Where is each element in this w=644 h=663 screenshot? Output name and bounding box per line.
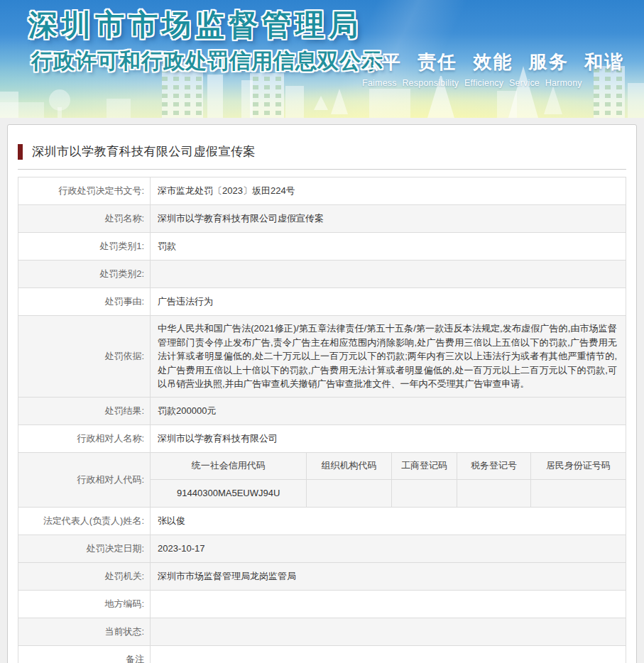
- row-value: 统一社会信用代码91440300MA5EUWJ94U组织机构代码工商登记码税务登…: [151, 452, 626, 507]
- site-title: 深圳市市场监督管理局: [28, 6, 362, 45]
- code-column: 居民身份证号码: [530, 453, 626, 507]
- row-label: 处罚事由:: [18, 288, 151, 316]
- table-row: 处罚名称:深圳市以学教育科技有限公司虚假宣传案: [18, 205, 626, 233]
- table-row: 处罚依据:中华人民共和国广告法(2021修正)/第五章法律责任/第五十五条/第一…: [18, 316, 626, 398]
- row-value: 深市监龙处罚〔2023〕坂田224号: [151, 177, 626, 205]
- row-label: 处罚结果:: [18, 397, 151, 424]
- row-label: 备注: [18, 645, 151, 663]
- row-value: 中华人民共和国广告法(2021修正)/第五章法律责任/第五十五条/第一款违反本法…: [151, 316, 626, 398]
- table-row: 备注: [18, 645, 626, 663]
- table-row: 处罚结果:罚款200000元: [18, 397, 626, 424]
- code-column: 工商登记码: [391, 453, 457, 507]
- site-subtitle: 行政许可和行政处罚信用信息双公示: [31, 47, 383, 76]
- code-column-value: [531, 480, 626, 506]
- slogan-chinese: 公平 责任 效能 服务 和谐: [362, 50, 624, 75]
- content-card: 深圳市以学教育科技有限公司虚假宣传案 行政处罚决定书文号:深市监龙处罚〔2023…: [7, 124, 637, 663]
- row-value: 深圳市以学教育科技有限公司虚假宣传案: [151, 205, 626, 233]
- table-row: 处罚机关:深圳市市场监督管理局龙岗监管局: [18, 562, 626, 590]
- row-label: 处罚名称:: [18, 205, 151, 233]
- penalty-table-body: 行政处罚决定书文号:深市监龙处罚〔2023〕坂田224号处罚名称:深圳市以学教育…: [18, 177, 626, 663]
- table-row: 地方编码:: [18, 590, 626, 618]
- title-marker-bar: [18, 144, 23, 160]
- code-column-header: 统一社会信用代码: [151, 453, 306, 480]
- row-label: 处罚类别1:: [18, 233, 151, 261]
- code-column: 组织机构代码: [306, 453, 391, 507]
- case-title-block: 深圳市以学教育科技有限公司虚假宣传案: [18, 137, 626, 170]
- row-label: 当前状态:: [18, 618, 151, 645]
- row-label: 处罚类别2:: [18, 261, 151, 288]
- row-label: 处罚决定日期:: [18, 535, 151, 562]
- row-value: 2023-10-17: [151, 535, 626, 562]
- row-value: 广告违法行为: [151, 288, 626, 316]
- row-label: 处罚机关:: [18, 562, 151, 590]
- row-label: 行政相对人名称:: [18, 424, 151, 452]
- code-column-value: [457, 480, 530, 506]
- table-row: 行政相对人名称:深圳市以学教育科技有限公司: [18, 424, 626, 452]
- row-value: 罚款: [151, 233, 626, 261]
- table-row: 处罚决定日期:2023-10-17: [18, 535, 626, 562]
- row-label: 地方编码:: [18, 590, 151, 618]
- row-value: [151, 261, 626, 288]
- row-label: 行政相对人代码:: [18, 452, 151, 507]
- table-row: 处罚事由:广告违法行为: [18, 288, 626, 316]
- row-value: 深圳市以学教育科技有限公司: [151, 424, 626, 452]
- party-code-table: 统一社会信用代码91440300MA5EUWJ94U组织机构代码工商登记码税务登…: [151, 453, 626, 507]
- row-value: [151, 645, 626, 663]
- row-value: 张以俊: [151, 507, 626, 535]
- row-value: 深圳市市场监督管理局龙岗监管局: [151, 562, 626, 590]
- code-column-header: 居民身份证号码: [531, 453, 626, 480]
- slogan-block: 公平 责任 效能 服务 和谐 Faimess Responsibility Ef…: [362, 50, 624, 88]
- code-column-value: [307, 480, 391, 506]
- row-value: [151, 618, 626, 645]
- code-column-value: 91440300MA5EUWJ94U: [151, 480, 306, 506]
- table-row: 处罚类别1:罚款: [18, 233, 626, 261]
- table-row: 行政相对人代码:统一社会信用代码91440300MA5EUWJ94U组织机构代码…: [18, 452, 626, 507]
- row-value: [151, 590, 626, 618]
- code-column-value: [392, 480, 457, 506]
- code-column-header: 工商登记码: [392, 453, 457, 480]
- table-row: 处罚类别2:: [18, 261, 626, 288]
- table-row: 当前状态:: [18, 618, 626, 645]
- row-label: 处罚依据:: [18, 316, 151, 398]
- table-row: 法定代表人(负责人)姓名:张以俊: [18, 507, 626, 535]
- table-row: 行政处罚决定书文号:深市监龙处罚〔2023〕坂田224号: [18, 177, 626, 205]
- code-column: 税务登记号: [457, 453, 530, 507]
- code-column-header: 组织机构代码: [307, 453, 391, 480]
- code-column-header: 税务登记号: [457, 453, 530, 480]
- row-label: 行政处罚决定书文号:: [18, 177, 151, 205]
- case-title: 深圳市以学教育科技有限公司虚假宣传案: [32, 143, 256, 160]
- row-value: 罚款200000元: [151, 397, 626, 424]
- code-column: 统一社会信用代码91440300MA5EUWJ94U: [151, 453, 306, 507]
- row-label: 法定代表人(负责人)姓名:: [18, 507, 151, 535]
- slogan-english: Faimess Responsibility Efficiency Servic…: [362, 78, 624, 88]
- penalty-info-table: 行政处罚决定书文号:深市监龙处罚〔2023〕坂田224号处罚名称:深圳市以学教育…: [18, 177, 626, 663]
- site-banner: 深圳市市场监督管理局 行政许可和行政处罚信用信息双公示 公平 责任 效能 服务 …: [0, 0, 644, 118]
